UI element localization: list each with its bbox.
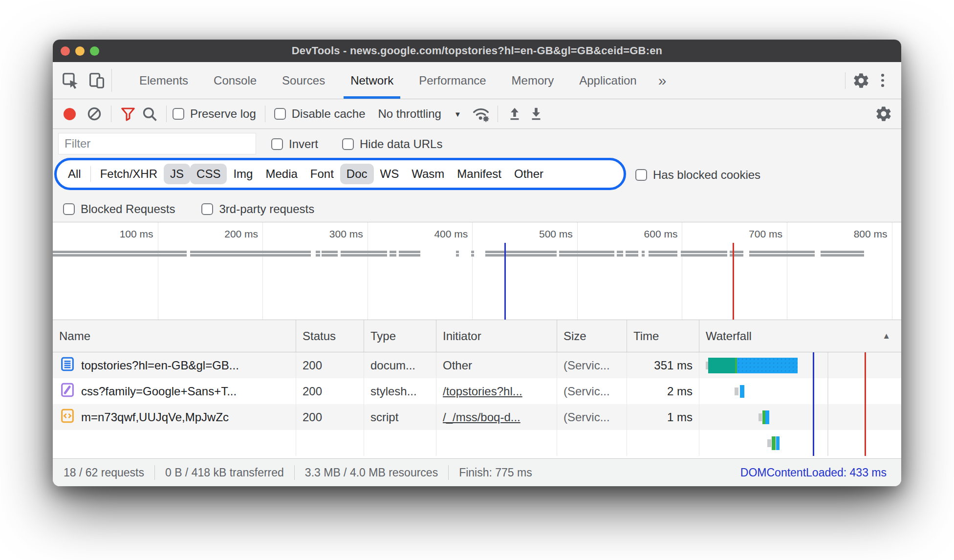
request-row[interactable]: topstories?hl=en-GB&gl=GB...200docum...O… [53,352,901,378]
filter-chip-all[interactable]: All [62,164,87,184]
filter-chip-img[interactable]: Img [227,164,259,184]
network-conditions-button[interactable] [470,103,492,125]
column-header-initiator[interactable]: Initiator [436,320,557,352]
tab-performance[interactable]: Performance [406,62,499,99]
network-overview-timeline[interactable]: 100 ms200 ms300 ms400 ms500 ms600 ms700 … [53,222,901,320]
cell-time: 351 ms [627,352,699,378]
device-toolbar-icon [87,71,106,90]
import-har-button[interactable] [504,103,525,125]
tab-application[interactable]: Application [566,62,649,99]
inspect-element-button[interactable] [60,70,81,91]
filter-chip-font[interactable]: Font [304,164,340,184]
waterfall-bar-green [772,436,776,450]
invert-label[interactable]: Invert [289,137,318,151]
tab-elements[interactable]: Elements [127,62,201,99]
search-button[interactable] [139,103,160,125]
tab-sources[interactable]: Sources [269,62,338,99]
record-network-log-button[interactable] [64,108,76,120]
request-row[interactable]: css?family=Google+Sans+T...200stylesh...… [53,378,901,404]
column-header-type[interactable]: Type [364,320,436,352]
third-party-requests-checkbox[interactable] [201,203,213,215]
waterfall-bar-blue [737,358,798,373]
more-tabs-button[interactable]: » [650,62,675,99]
request-row[interactable]: m=n73qwf,UUJqVe,MpJwZc200script/_/mss/bo… [53,404,901,430]
divider [845,72,846,89]
overview-activity-bar [821,251,864,253]
overview-activity-bar [341,254,387,257]
hide-data-urls-label[interactable]: Hide data URLs [360,137,442,151]
cell-type: stylesh... [364,378,436,404]
disable-cache-label[interactable]: Disable cache [292,107,366,121]
timeline-gridline [158,222,158,320]
timeline-tick-label: 400 ms [434,228,472,240]
minimize-window-button[interactable] [75,46,85,56]
tab-memory[interactable]: Memory [499,62,567,99]
filter-input[interactable] [58,133,256,154]
filter-chip-css[interactable]: CSS [190,164,227,184]
has-blocked-cookies-label[interactable]: Has blocked cookies [653,168,760,182]
zoom-window-button[interactable] [90,46,99,56]
filter-toggle-button[interactable] [117,103,139,125]
overview-activity-bar [456,251,459,253]
invert-checkbox[interactable] [271,138,283,150]
divider [498,106,498,122]
hide-data-urls-checkbox[interactable] [342,138,354,150]
tab-network[interactable]: Network [338,62,406,99]
waterfall-gridline [827,352,828,456]
waterfall-bar-teal [708,358,735,373]
preserve-log-label[interactable]: Preserve log [190,107,256,121]
column-header-name[interactable]: Name [53,320,296,352]
filter-chip-manifest[interactable]: Manifest [451,164,508,184]
overview-activity-bar [730,251,743,253]
throttling-select[interactable]: No throttling ▼ [378,107,461,121]
preserve-log-checkbox[interactable] [173,108,184,120]
initiator-link[interactable]: /topstories?hl... [443,385,522,398]
column-header-status[interactable]: Status [296,320,364,352]
summary-domcontentloaded: DOMContentLoaded: 433 ms [740,466,901,479]
filter-chip-other[interactable]: Other [508,164,550,184]
initiator-link[interactable]: /_/mss/boq-d... [443,410,520,424]
tab-console[interactable]: Console [201,62,269,99]
column-header-size[interactable]: Size [557,320,627,352]
waterfall-bar-green [762,410,765,424]
timeline-gridline [787,222,787,320]
timeline-tick-label: 800 ms [854,228,892,240]
column-header-time[interactable]: Time [627,320,699,352]
download-arrow-icon [528,106,544,122]
timeline-tick-label: 700 ms [749,228,787,240]
disable-cache-checkbox[interactable] [274,108,286,120]
third-party-requests-label[interactable]: 3rd-party requests [219,202,314,216]
cell-waterfall [699,352,901,378]
upload-arrow-icon [506,106,523,122]
clear-network-log-button[interactable] [84,103,105,125]
cell-size [557,430,627,456]
export-har-button[interactable] [525,103,547,125]
close-window-button[interactable] [61,46,70,56]
network-settings-button[interactable] [873,103,894,125]
stylesheet-icon [59,382,76,401]
cell-time [627,430,699,456]
filter-chip-media[interactable]: Media [259,164,304,184]
has-blocked-cookies-checkbox[interactable] [635,169,647,181]
filter-chip-wasm[interactable]: Wasm [405,164,451,184]
overview-activity-bar [649,251,677,253]
overview-activity-bar [749,254,815,257]
clear-icon [86,106,103,122]
filter-chip-ws[interactable]: WS [374,164,406,184]
filter-chip-doc[interactable]: Doc [340,164,374,184]
search-icon [141,106,158,122]
summary-item: 3.3 MB / 4.0 MB resources [295,466,448,479]
script-icon [59,408,76,427]
cell-size: (Servic... [557,404,627,430]
filter-chip-fetch-xhr[interactable]: Fetch/XHR [94,164,164,184]
settings-button[interactable] [850,70,872,91]
filter-chip-js[interactable]: JS [164,164,190,184]
toggle-device-toolbar-button[interactable] [86,70,108,91]
blocked-requests-checkbox[interactable] [63,203,75,215]
cell-waterfall [699,404,901,430]
request-row[interactable] [53,430,901,456]
column-header-waterfall[interactable]: Waterfall▲ [699,320,901,352]
more-options-button[interactable] [872,70,893,91]
blocked-requests-label[interactable]: Blocked Requests [81,202,175,216]
overview-activity-bar [649,254,677,257]
